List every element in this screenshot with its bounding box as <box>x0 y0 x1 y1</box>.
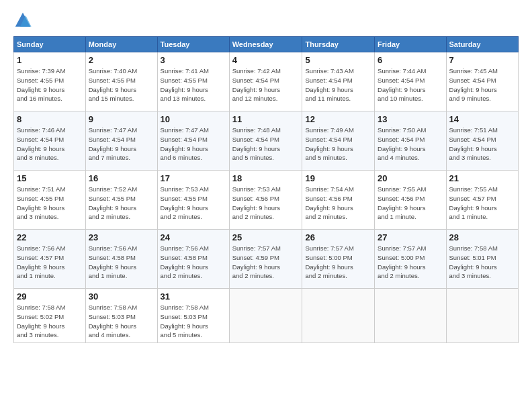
calendar-week-3: 15 Sunrise: 7:51 AMSunset: 4:55 PMDaylig… <box>14 171 519 230</box>
day-detail: Sunrise: 7:51 AMSunset: 4:54 PMDaylight:… <box>449 126 515 163</box>
day-number: 9 <box>89 114 154 124</box>
calendar-cell: 6 Sunrise: 7:44 AMSunset: 4:54 PMDayligh… <box>375 52 446 111</box>
day-detail: Sunrise: 7:58 AMSunset: 5:02 PMDaylight:… <box>17 303 83 340</box>
day-detail: Sunrise: 7:44 AMSunset: 4:54 PMDaylight:… <box>378 66 443 103</box>
day-number: 25 <box>232 232 300 242</box>
calendar-cell: 31 Sunrise: 7:58 AMSunset: 5:03 PMDaylig… <box>157 289 229 343</box>
day-number: 7 <box>449 55 515 65</box>
day-detail: Sunrise: 7:51 AMSunset: 4:55 PMDaylight:… <box>17 185 83 222</box>
day-number: 30 <box>89 291 154 302</box>
calendar-header-tuesday: Tuesday <box>157 37 229 52</box>
day-detail: Sunrise: 7:49 AMSunset: 4:54 PMDaylight:… <box>305 126 371 163</box>
calendar-week-4: 22 Sunrise: 7:56 AMSunset: 4:57 PMDaylig… <box>14 230 519 289</box>
day-number: 13 <box>378 114 443 124</box>
day-number: 8 <box>17 114 83 124</box>
calendar-cell: 27 Sunrise: 7:57 AMSunset: 5:00 PMDaylig… <box>375 230 446 289</box>
day-number: 10 <box>161 114 226 124</box>
day-number: 11 <box>232 114 300 124</box>
day-number: 6 <box>378 55 443 65</box>
day-number: 21 <box>449 173 515 183</box>
day-number: 3 <box>161 55 226 65</box>
day-detail: Sunrise: 7:47 AMSunset: 4:54 PMDaylight:… <box>161 126 226 163</box>
calendar-header-wednesday: Wednesday <box>229 37 302 52</box>
day-detail: Sunrise: 7:58 AMSunset: 5:03 PMDaylight:… <box>161 303 226 340</box>
calendar-header-thursday: Thursday <box>302 37 375 52</box>
day-number: 14 <box>449 114 515 124</box>
day-detail: Sunrise: 7:40 AMSunset: 4:55 PMDaylight:… <box>89 66 154 103</box>
calendar-header-row: SundayMondayTuesdayWednesdayThursdayFrid… <box>14 37 519 52</box>
day-detail: Sunrise: 7:54 AMSunset: 4:56 PMDaylight:… <box>305 185 371 222</box>
day-detail: Sunrise: 7:41 AMSunset: 4:55 PMDaylight:… <box>161 66 226 103</box>
day-detail: Sunrise: 7:48 AMSunset: 4:54 PMDaylight:… <box>232 126 300 163</box>
calendar-cell: 3 Sunrise: 7:41 AMSunset: 4:55 PMDayligh… <box>157 52 229 111</box>
day-detail: Sunrise: 7:57 AMSunset: 5:00 PMDaylight:… <box>305 244 371 281</box>
calendar-cell: 13 Sunrise: 7:50 AMSunset: 4:54 PMDaylig… <box>375 111 446 171</box>
page: SundayMondayTuesdayWednesdayThursdayFrid… <box>0 0 532 411</box>
day-detail: Sunrise: 7:57 AMSunset: 4:59 PMDaylight:… <box>232 244 300 281</box>
calendar-cell: 5 Sunrise: 7:43 AMSunset: 4:54 PMDayligh… <box>302 52 375 111</box>
day-detail: Sunrise: 7:42 AMSunset: 4:54 PMDaylight:… <box>232 66 300 103</box>
calendar-cell: 12 Sunrise: 7:49 AMSunset: 4:54 PMDaylig… <box>302 111 375 171</box>
day-detail: Sunrise: 7:39 AMSunset: 4:55 PMDaylight:… <box>17 66 83 103</box>
day-number: 17 <box>161 173 226 183</box>
calendar-cell: 14 Sunrise: 7:51 AMSunset: 4:54 PMDaylig… <box>446 111 518 171</box>
calendar-cell: 26 Sunrise: 7:57 AMSunset: 5:00 PMDaylig… <box>302 230 375 289</box>
calendar-cell: 10 Sunrise: 7:47 AMSunset: 4:54 PMDaylig… <box>157 111 229 171</box>
day-detail: Sunrise: 7:56 AMSunset: 4:58 PMDaylight:… <box>161 244 226 281</box>
day-detail: Sunrise: 7:55 AMSunset: 4:56 PMDaylight:… <box>378 185 443 222</box>
day-number: 22 <box>17 232 83 242</box>
day-number: 28 <box>449 232 515 242</box>
calendar-cell <box>446 289 518 343</box>
day-number: 19 <box>305 173 371 183</box>
calendar-cell: 22 Sunrise: 7:56 AMSunset: 4:57 PMDaylig… <box>14 230 86 289</box>
calendar-cell: 2 Sunrise: 7:40 AMSunset: 4:55 PMDayligh… <box>85 52 157 111</box>
day-detail: Sunrise: 7:53 AMSunset: 4:55 PMDaylight:… <box>161 185 226 222</box>
day-number: 1 <box>17 55 83 65</box>
day-number: 18 <box>232 173 300 183</box>
calendar-cell: 17 Sunrise: 7:53 AMSunset: 4:55 PMDaylig… <box>157 171 229 230</box>
calendar-week-2: 8 Sunrise: 7:46 AMSunset: 4:54 PMDayligh… <box>14 111 519 171</box>
calendar-cell: 18 Sunrise: 7:53 AMSunset: 4:56 PMDaylig… <box>229 171 302 230</box>
calendar-cell <box>302 289 375 343</box>
calendar-cell: 4 Sunrise: 7:42 AMSunset: 4:54 PMDayligh… <box>229 52 302 111</box>
calendar-cell: 24 Sunrise: 7:56 AMSunset: 4:58 PMDaylig… <box>157 230 229 289</box>
calendar-cell: 11 Sunrise: 7:48 AMSunset: 4:54 PMDaylig… <box>229 111 302 171</box>
day-detail: Sunrise: 7:45 AMSunset: 4:54 PMDaylight:… <box>449 66 515 103</box>
calendar-cell: 25 Sunrise: 7:57 AMSunset: 4:59 PMDaylig… <box>229 230 302 289</box>
calendar-header-sunday: Sunday <box>14 37 86 52</box>
header <box>13 11 519 30</box>
calendar-cell: 23 Sunrise: 7:56 AMSunset: 4:58 PMDaylig… <box>85 230 157 289</box>
day-number: 4 <box>232 55 300 65</box>
calendar-header-friday: Friday <box>375 37 446 52</box>
calendar-cell: 21 Sunrise: 7:55 AMSunset: 4:57 PMDaylig… <box>446 171 518 230</box>
day-detail: Sunrise: 7:55 AMSunset: 4:57 PMDaylight:… <box>449 185 515 222</box>
calendar-cell <box>229 289 302 343</box>
calendar-cell: 30 Sunrise: 7:58 AMSunset: 5:03 PMDaylig… <box>85 289 157 343</box>
day-detail: Sunrise: 7:58 AMSunset: 5:03 PMDaylight:… <box>89 303 154 340</box>
day-detail: Sunrise: 7:43 AMSunset: 4:54 PMDaylight:… <box>305 66 371 103</box>
day-detail: Sunrise: 7:57 AMSunset: 5:00 PMDaylight:… <box>378 244 443 281</box>
day-detail: Sunrise: 7:56 AMSunset: 4:58 PMDaylight:… <box>89 244 154 281</box>
calendar-week-1: 1 Sunrise: 7:39 AMSunset: 4:55 PMDayligh… <box>14 52 519 111</box>
day-number: 29 <box>17 291 83 302</box>
day-number: 31 <box>161 291 226 302</box>
logo <box>13 11 35 30</box>
logo-icon <box>13 11 32 30</box>
day-number: 24 <box>161 232 226 242</box>
calendar-week-5: 29 Sunrise: 7:58 AMSunset: 5:02 PMDaylig… <box>14 289 519 343</box>
day-number: 2 <box>89 55 154 65</box>
calendar-cell: 8 Sunrise: 7:46 AMSunset: 4:54 PMDayligh… <box>14 111 86 171</box>
calendar-cell: 16 Sunrise: 7:52 AMSunset: 4:55 PMDaylig… <box>85 171 157 230</box>
day-detail: Sunrise: 7:52 AMSunset: 4:55 PMDaylight:… <box>89 185 154 222</box>
day-detail: Sunrise: 7:58 AMSunset: 5:01 PMDaylight:… <box>449 244 515 281</box>
day-number: 16 <box>89 173 154 183</box>
calendar-cell: 15 Sunrise: 7:51 AMSunset: 4:55 PMDaylig… <box>14 171 86 230</box>
day-detail: Sunrise: 7:56 AMSunset: 4:57 PMDaylight:… <box>17 244 83 281</box>
day-number: 12 <box>305 114 371 124</box>
calendar-cell: 20 Sunrise: 7:55 AMSunset: 4:56 PMDaylig… <box>375 171 446 230</box>
calendar-header-saturday: Saturday <box>446 37 518 52</box>
day-number: 26 <box>305 232 371 242</box>
day-number: 27 <box>378 232 443 242</box>
calendar-cell: 1 Sunrise: 7:39 AMSunset: 4:55 PMDayligh… <box>14 52 86 111</box>
day-number: 23 <box>89 232 154 242</box>
